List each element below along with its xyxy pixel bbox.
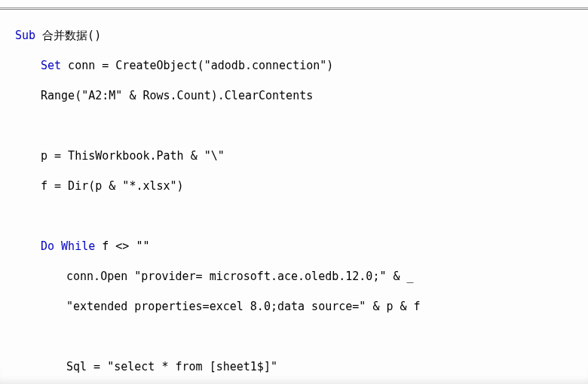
code-line: conn.Open "provider= microsoft.ace.oledb…	[15, 269, 588, 284]
code-text: f = Dir(p & "*.xlsx")	[41, 179, 184, 193]
top-divider	[0, 8, 588, 10]
code-line: Set conn = CreateObject("adodb.connectio…	[15, 58, 588, 73]
code-text: conn.Open "provider= microsoft.ace.oledb…	[66, 270, 414, 283]
code-line: Do While f <> ""	[15, 239, 588, 254]
code-text: "extended properties=excel 8.0;data sour…	[66, 300, 421, 313]
code-line: f = Dir(p & "*.xlsx")	[15, 178, 588, 194]
code-line: Sub 合并数据()	[15, 28, 588, 43]
code-text: p = ThisWorkbook.Path & "\"	[41, 149, 225, 163]
code-text: f <> ""	[95, 239, 149, 253]
keyword-set: Set	[41, 59, 61, 72]
blank-line	[15, 118, 588, 133]
code-text: conn = CreateObject("adodb.connection")	[61, 59, 333, 72]
code-text: Range("A2:M" & Rows.Count).ClearContents	[41, 89, 313, 102]
keyword-sub: Sub	[15, 29, 35, 42]
code-text: 合并数据()	[35, 29, 101, 42]
code-line: p = ThisWorkbook.Path & "\"	[15, 148, 588, 163]
keyword-while: While	[61, 239, 95, 253]
code-text	[54, 239, 61, 253]
blank-line	[15, 329, 588, 344]
blank-line	[15, 209, 588, 224]
keyword-do: Do	[41, 239, 54, 253]
code-block: Sub 合并数据() Set conn = CreateObject("adod…	[0, 13, 588, 384]
bottom-shadow	[0, 369, 588, 384]
code-line: Range("A2:M" & Rows.Count).ClearContents	[15, 88, 588, 103]
code-line: "extended properties=excel 8.0;data sour…	[15, 299, 588, 314]
